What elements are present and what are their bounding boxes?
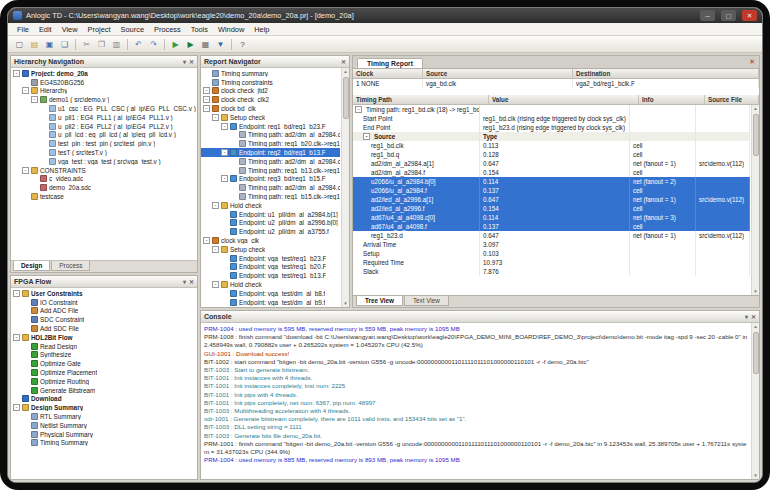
flow-item-row[interactable]: RTL Summary: [11, 412, 197, 421]
menu-process[interactable]: Process: [149, 24, 186, 35]
cut-button[interactable]: ✂: [80, 38, 93, 51]
tree-expander-icon[interactable]: -: [13, 334, 20, 341]
timing-path-row[interactable]: Required Time10.973: [353, 258, 750, 267]
flow-item-row[interactable]: Optimize Routing: [11, 377, 197, 386]
report-item-row[interactable]: Timing path: reg1_b13.clk->reg1_b13/reg1…: [201, 166, 340, 175]
report-item-row[interactable]: -Endpoint: reg1_bd/reg1_b23.F: [201, 122, 340, 131]
hierarchy-item-row[interactable]: tesT ( src\tesT.v ): [11, 148, 197, 157]
report-item-row[interactable]: Endpoint: vga_test/reg1_b23.F: [201, 254, 340, 263]
tree-expander-icon[interactable]: -: [203, 105, 210, 112]
report-item-row[interactable]: -clock check_clk2: [201, 95, 340, 104]
tree-expander-icon[interactable]: -: [13, 404, 20, 411]
report-item-row[interactable]: -clock vga_clk: [201, 236, 340, 245]
close-icon[interactable]: ✕: [189, 279, 194, 285]
menu-help[interactable]: Help: [249, 24, 274, 35]
hierarchy-item-row[interactable]: u1_csc : EG_PLL_CSC ( al_ip\EG_PLL_CSC.v…: [11, 104, 197, 113]
hierarchy-item-row[interactable]: -CONSTRAINTS: [11, 166, 197, 175]
generate-bitstream-button[interactable]: ▦: [199, 38, 212, 51]
tree-expander-icon[interactable]: -: [212, 202, 219, 209]
flow-item-row[interactable]: Read Design: [11, 342, 197, 351]
hierarchy-item-row[interactable]: testcase: [11, 192, 197, 201]
dock-icon[interactable]: ▾: [745, 314, 748, 320]
timing-path-row[interactable]: Start Pointreg1_bd.clk (rising edge trig…: [353, 114, 750, 123]
tree-expander-icon[interactable]: -: [355, 106, 362, 113]
run-place-route-button[interactable]: ▶: [184, 38, 197, 51]
open-file-button[interactable]: ▤: [28, 38, 41, 51]
timing-path-row[interactable]: ad2/led_al_a2996.f0.154cell: [353, 204, 750, 213]
report-item-row[interactable]: Timing summary: [201, 69, 340, 78]
timing-path-row[interactable]: ad2/dm_al_a2984.f0.154cell: [353, 168, 750, 177]
report-item-row[interactable]: -Setup check: [201, 113, 340, 122]
timing-table-scrollbar[interactable]: ▲ ▼: [751, 105, 759, 295]
report-item-row[interactable]: -Endpoint: reg3_bd/reg1_b15.F: [201, 175, 340, 184]
tree-expander-icon[interactable]: -: [203, 237, 210, 244]
close-icon[interactable]: ✕: [189, 59, 194, 65]
report-item-row[interactable]: Timing path: ad2/dm_al_a2984.clk->reg1_b…: [201, 157, 340, 166]
save-button[interactable]: ▣: [43, 38, 56, 51]
timing-path-row[interactable]: -SourceType: [353, 132, 750, 141]
tree-expander-icon[interactable]: -: [31, 96, 38, 103]
report-navigator-scrollbar[interactable]: ▲ ▼: [341, 68, 349, 307]
scroll-down-icon[interactable]: ▼: [753, 288, 757, 295]
report-item-row[interactable]: Timing path: ad2/dm_al_a2984.clk->reg1_b…: [201, 131, 340, 140]
scroll-up-icon[interactable]: ▲: [753, 105, 757, 112]
menu-window[interactable]: Window: [213, 24, 249, 35]
tree-expander-icon[interactable]: -: [221, 175, 228, 182]
tree-expander-icon[interactable]: -: [22, 167, 29, 174]
tree-expander-icon[interactable]: -: [22, 87, 29, 94]
scroll-up-icon[interactable]: ▲: [753, 323, 757, 330]
tree-expander-icon[interactable]: -: [363, 133, 370, 140]
hierarchy-item-row[interactable]: -demo1 ( src\demo.v ): [11, 95, 197, 104]
menu-view[interactable]: View: [57, 24, 83, 35]
menu-file[interactable]: File: [12, 24, 34, 35]
flow-item-row[interactable]: Optimize Gate: [11, 359, 197, 368]
hierarchy-item-row[interactable]: c_video.adc: [11, 175, 197, 184]
close-tab-icon[interactable]: ✕: [749, 58, 755, 66]
hierarchy-item-row[interactable]: test_pin : test_pin ( src\test_pin.v ): [11, 139, 197, 148]
scroll-down-icon[interactable]: ▼: [343, 300, 347, 307]
tree-expander-icon[interactable]: -: [203, 87, 210, 94]
menu-project[interactable]: Project: [83, 24, 116, 35]
run-synthesize-button[interactable]: ▶: [169, 38, 182, 51]
flow-item-row[interactable]: Generate Bitstream: [11, 386, 197, 395]
flow-item-row[interactable]: Add SDC File: [11, 324, 197, 333]
undo-button[interactable]: ↶: [132, 38, 145, 51]
hierarchy-item-row[interactable]: -Project: demo_20a: [11, 69, 197, 78]
save-all-button[interactable]: ❏: [58, 38, 71, 51]
report-item-row[interactable]: Timing path: reg1_b15.clk->reg1_b15/reg1…: [201, 192, 340, 201]
tree-expander-icon[interactable]: -: [203, 96, 210, 103]
scrollbar-thumb[interactable]: [753, 114, 759, 156]
tab-timing-report[interactable]: Timing Report: [357, 58, 423, 68]
close-icon[interactable]: ✕: [341, 59, 346, 65]
flow-item-row[interactable]: Synthesize: [11, 351, 197, 360]
timing-path-row[interactable]: Setup0.103: [353, 249, 750, 258]
hierarchy-item-row[interactable]: vga_test : vga_test ( src\vga_test.v ): [11, 157, 197, 166]
minimize-button[interactable]: ─: [700, 10, 715, 21]
report-item-row[interactable]: Endpoint: u2_pll/dm_al_a3755.f: [201, 227, 340, 236]
timing-path-row[interactable]: u2066/u_al_a2984.f0.137cell: [353, 186, 750, 195]
menu-edit[interactable]: Edit: [34, 24, 57, 35]
scroll-down-icon[interactable]: ▼: [753, 472, 757, 479]
help-button[interactable]: ?: [236, 38, 249, 51]
hierarchy-item-row[interactable]: EG4S20BG256: [11, 78, 197, 87]
download-button[interactable]: ▼: [214, 38, 227, 51]
tree-expander-icon[interactable]: -: [221, 123, 228, 130]
tab-design[interactable]: Design: [13, 261, 50, 271]
tree-expander-icon[interactable]: -: [221, 149, 228, 156]
report-item-row[interactable]: -Endpoint: reg2_bd/reg1_b13.F: [201, 148, 340, 157]
tab-tree-view[interactable]: Tree View: [356, 296, 403, 306]
report-item-row[interactable]: Endpoint: vga_test/dm_al_b9.f: [201, 298, 340, 307]
report-item-row[interactable]: Endpoint: u2_pll/dm_al_a2996.b[0]: [201, 219, 340, 228]
report-item-row[interactable]: -Hold check: [201, 201, 340, 210]
timing-path-row[interactable]: ad2/dm_al_a2984.a[1]0.647net (fanout = 1…: [353, 159, 750, 168]
console-scrollbar[interactable]: ▲ ▼: [751, 323, 759, 479]
report-item-row[interactable]: -Setup check: [201, 245, 340, 254]
report-item-row[interactable]: Endpoint: vga_test/reg1_b13.F: [201, 271, 340, 280]
report-item-row[interactable]: Endpoint: u1_pll/dm_al_a2984.b[1]: [201, 210, 340, 219]
new-file-button[interactable]: ▢: [13, 38, 26, 51]
maximize-button[interactable]: ▢: [721, 10, 736, 21]
scroll-up-icon[interactable]: ▲: [343, 68, 347, 75]
report-item-row[interactable]: Endpoint: vga_test/dm_al_b8.f: [201, 289, 340, 298]
menu-source[interactable]: Source: [116, 24, 149, 35]
tree-expander-icon[interactable]: -: [212, 281, 219, 288]
